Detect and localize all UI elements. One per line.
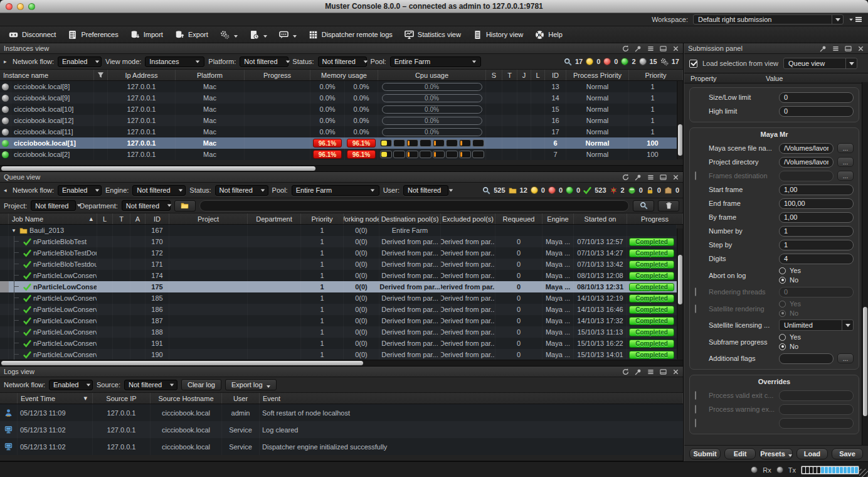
additional-flags-input[interactable] (779, 353, 834, 364)
menu-icon[interactable] (647, 368, 654, 375)
zoom-window-button[interactable] (28, 3, 35, 10)
log-row[interactable]: 05/12/13 11:02127.0.0.1cicciobook.localS… (0, 438, 683, 455)
browse-button[interactable]: ... (837, 143, 854, 153)
filter-dropdown-department[interactable]: Not filtered (122, 200, 171, 211)
size-low-limit-input[interactable] (779, 92, 854, 103)
radio-option-no[interactable]: No (779, 343, 801, 350)
column-header-workingnodes[interactable]: Working nodes (344, 213, 379, 224)
enable-checkbox[interactable] (695, 419, 696, 427)
submit-button[interactable]: Submit (689, 448, 721, 459)
process-warning-ex--input[interactable] (779, 404, 854, 415)
queue-search-input[interactable] (199, 200, 629, 212)
toolbar-button-disconnect[interactable]: Disconnect (4, 28, 60, 41)
column-header-platform[interactable]: Platform (176, 70, 245, 80)
view-select[interactable]: Queue view (783, 58, 857, 69)
submission-vertical-scrollbar[interactable] (862, 82, 868, 445)
job-row[interactable]: nParticleLowConserve19010(0)Derived from… (0, 349, 677, 360)
filter-dropdown-viewmode[interactable]: Instances (145, 56, 204, 67)
instance-row[interactable]: cicciobook.local[11]127.0.0.1Mac0.0%0.0%… (0, 126, 677, 137)
job-folder-row[interactable]: ▼Bauli_201316710(0)Entire Farm (0, 225, 677, 236)
frames-destination-input[interactable] (779, 171, 834, 181)
project-folder-button[interactable] (174, 200, 196, 212)
collapse-arrow-icon[interactable]: ▸ (4, 58, 9, 65)
job-row[interactable]: nParticleBlobTest17010(0)Derived from pa… (0, 236, 677, 247)
browse-button[interactable]: ... (837, 353, 854, 363)
column-header-t[interactable]: T (113, 213, 130, 224)
browse-button[interactable]: ... (837, 157, 854, 167)
refresh-icon[interactable] (622, 45, 629, 52)
filter-dropdown-networkflow[interactable]: Enabled (58, 185, 102, 196)
workspace-menu-button[interactable] (849, 17, 862, 22)
toolbar-button-export[interactable]: Export (170, 28, 213, 41)
radio-option-yes[interactable]: Yes (779, 300, 801, 308)
column-header-jobname[interactable]: Job Name▴ (9, 213, 97, 224)
toolbar-button-preferences[interactable]: Preferences (63, 28, 122, 41)
toolbar-button-statistics-view[interactable]: Statistics view (400, 28, 465, 41)
close-icon[interactable] (672, 45, 679, 52)
job-row[interactable]: nParticleLowConserve...18810(0)Derived f… (0, 326, 677, 338)
end-frame-input[interactable] (779, 198, 854, 209)
log-row[interactable]: 05/12/13 11:02127.0.0.1cicciobook.localS… (0, 421, 683, 438)
instance-row[interactable]: cicciobook.local[1]127.0.0.1Mac96.1%96.1… (0, 137, 677, 149)
filter-dropdown-status[interactable]: Not filtered (215, 185, 268, 196)
column-header-user[interactable]: User (222, 393, 260, 404)
column-header-s[interactable]: S (486, 70, 502, 80)
pin-icon[interactable] (635, 174, 642, 181)
close-window-button[interactable] (6, 3, 13, 10)
column-header-priority[interactable]: Priority (629, 70, 683, 80)
instances-horizontal-scrollbar[interactable] (0, 165, 683, 171)
pin-icon[interactable] (635, 45, 642, 52)
job-row[interactable]: nParticleLowConserve17410(0)Derived from… (0, 270, 677, 281)
column-header-l[interactable]: L (97, 213, 113, 224)
menu-icon[interactable] (647, 174, 654, 181)
radio-option-yes[interactable]: Yes (779, 267, 801, 274)
by-frame-input[interactable] (779, 212, 854, 223)
filter-dropdown-platform[interactable]: Not filtered (240, 56, 288, 67)
filter-dropdown-engine[interactable]: Not filtered (132, 185, 186, 196)
rendering-threads-input[interactable] (779, 287, 854, 297)
column-header-instance-name[interactable]: Instance name (0, 70, 94, 80)
job-row[interactable]: nParticleLowConserve...19110(0)Derived f… (0, 338, 677, 349)
enable-checkbox[interactable] (695, 287, 696, 296)
column-header-id[interactable]: ID (146, 213, 169, 224)
digits-input[interactable] (779, 254, 854, 264)
toolbar-button-help[interactable]: ?Help (530, 28, 567, 41)
instance-row[interactable]: cicciobook.local[12]127.0.0.1Mac0.0%0.0%… (0, 115, 677, 126)
column-header-l[interactable]: L (531, 70, 545, 80)
instance-row[interactable]: cicciobook.local[8]127.0.0.1Mac0.0%0.0%0… (0, 81, 677, 92)
job-row[interactable]: nParticleLowConserve117510(0)Derived fro… (0, 281, 677, 292)
instances-vertical-scrollbar[interactable] (677, 81, 683, 159)
column-header-id[interactable]: ID (545, 70, 566, 80)
number-by-input[interactable] (779, 226, 854, 237)
resize-grip[interactable] (859, 469, 868, 477)
column-header-department[interactable]: Department (248, 213, 301, 224)
enable-checkbox[interactable] (695, 391, 696, 400)
enable-checkbox[interactable] (695, 171, 696, 180)
minimize-window-button[interactable] (17, 3, 24, 10)
satellite-licensing--select[interactable]: Unlimited (779, 319, 854, 331)
extra-input[interactable] (779, 418, 854, 429)
expander-icon[interactable]: ▼ (11, 228, 18, 233)
instance-row[interactable]: cicciobook.local[9]127.0.0.1Mac0.0%0.0%0… (0, 92, 677, 104)
enable-checkbox[interactable] (695, 405, 696, 414)
column-header-priority[interactable]: Priority (301, 213, 344, 224)
log-row[interactable]: 05/12/13 11:09127.0.0.1cicciobook.locala… (0, 404, 683, 421)
column-header-engine[interactable]: Engine (542, 213, 574, 224)
job-row[interactable]: nParticleLowConserve...18510(0)Derived f… (0, 292, 677, 304)
job-row[interactable]: nParticleLowConserve...18710(0)Derived f… (0, 315, 677, 326)
column-header-process-priority[interactable]: Process Priority (566, 70, 629, 80)
filter-dropdown-project[interactable]: Not filtered (31, 200, 76, 211)
window-icon[interactable] (660, 45, 667, 52)
filter-dropdown-source[interactable]: Not filtered (124, 380, 177, 390)
edit-button[interactable]: Edit (724, 448, 756, 459)
pin-icon[interactable] (820, 45, 827, 52)
workspace-select[interactable]: Default right submission (693, 14, 844, 24)
window-icon[interactable] (660, 174, 667, 181)
filter-dropdown-pool[interactable]: Entire Farm (292, 185, 379, 196)
column-header-destinationpools[interactable]: Destination pool(s) (379, 213, 441, 224)
save-button[interactable]: Save (832, 448, 863, 459)
column-header-event-time[interactable]: Event Time▾ (18, 393, 93, 404)
filter-dropdown-pool[interactable]: Entire Farm (390, 56, 481, 67)
menu-icon[interactable] (647, 45, 654, 52)
instance-row[interactable]: cicciobook.local[10]127.0.0.1Mac0.0%0.0%… (0, 104, 677, 115)
